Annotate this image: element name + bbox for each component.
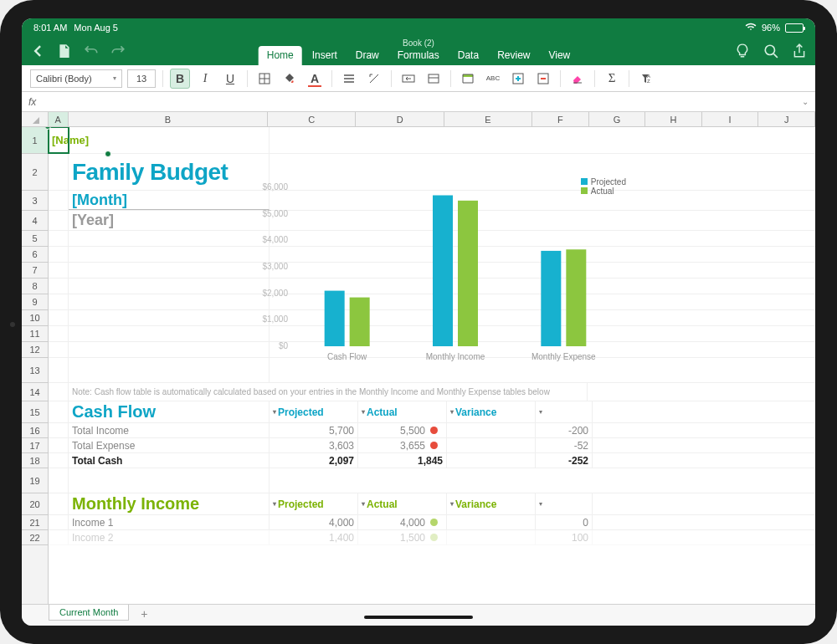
filter-end[interactable]: ▾ (536, 493, 593, 514)
row-header-9[interactable]: 9 (22, 294, 48, 310)
selection-handle[interactable] (44, 127, 51, 130)
col-header-C[interactable]: C (268, 112, 356, 126)
cf-act-0[interactable]: 5,500 (358, 423, 447, 437)
row-header-16[interactable]: 16 (22, 423, 48, 438)
share-icon[interactable] (792, 43, 807, 59)
row-header-11[interactable]: 11 (22, 326, 48, 342)
autosum-button[interactable]: Σ (602, 69, 622, 89)
align-button[interactable] (339, 69, 359, 89)
redo-icon[interactable] (110, 43, 126, 59)
file-icon[interactable] (57, 43, 72, 59)
undo-icon[interactable] (84, 43, 99, 59)
row-header-2[interactable]: 2 (22, 154, 48, 191)
month-cell[interactable]: [Month] (69, 191, 270, 210)
filter-icon[interactable]: ▾ (362, 500, 365, 508)
row-header-8[interactable]: 8 (22, 279, 48, 294)
number-format-button[interactable] (424, 69, 444, 89)
cashflow-row-label[interactable]: Total Expense (69, 438, 270, 452)
tab-view[interactable]: View (540, 46, 578, 65)
row-header-19[interactable]: 19 (22, 468, 48, 493)
cell-A2[interactable] (49, 154, 69, 190)
row-header-7[interactable]: 7 (22, 263, 48, 279)
cf-var-2[interactable]: -252 (536, 453, 593, 468)
col-header-F[interactable]: F (532, 112, 589, 126)
sort-filter-button[interactable]: AZ (636, 69, 656, 89)
filter-icon[interactable]: ▾ (273, 500, 276, 508)
sheet-tab-current[interactable]: Current Month (49, 605, 129, 621)
filter-icon[interactable]: ▾ (539, 408, 542, 416)
row-header-15[interactable]: 15 (22, 401, 48, 423)
italic-button[interactable]: I (195, 69, 215, 89)
row-header-14[interactable]: 14 (22, 383, 48, 401)
filter-icon[interactable]: ▾ (450, 408, 454, 416)
font-size-select[interactable]: 13 (127, 69, 156, 88)
selection-handle[interactable] (105, 151, 111, 157)
font-color-button[interactable]: A (305, 69, 325, 89)
insert-cells-button[interactable] (508, 69, 528, 89)
cells[interactable]: [Name] Family Budget [Month] (49, 127, 815, 604)
orientation-button[interactable] (364, 69, 384, 89)
border-button[interactable] (254, 69, 275, 89)
row-header-4[interactable]: 4 (22, 211, 48, 231)
col-actual[interactable]: ▾Actual (358, 493, 447, 514)
col-projected[interactable]: ▾Projected (270, 493, 358, 514)
cf-var-0[interactable]: -200 (536, 423, 593, 437)
cf-act-1[interactable]: 3,655 (358, 438, 447, 452)
inc-proj-0[interactable]: 4,000 (270, 515, 358, 529)
row-header-3[interactable]: 3 (22, 191, 48, 211)
col-header-G[interactable]: G (589, 112, 646, 126)
col-header-A[interactable]: A (49, 112, 69, 126)
budget-title[interactable]: Family Budget (69, 154, 270, 190)
delete-cells-button[interactable] (533, 69, 553, 89)
row-header-22[interactable]: 22 (22, 530, 48, 545)
tab-draw[interactable]: Draw (347, 46, 388, 65)
select-all-corner[interactable] (22, 112, 49, 126)
cf-act-2[interactable]: 1,845 (358, 453, 447, 468)
cashflow-row-label[interactable]: Total Cash (69, 453, 270, 468)
cell-B1[interactable] (69, 127, 270, 153)
filter-icon[interactable]: ▾ (273, 408, 276, 416)
monthly-income-header[interactable]: Monthly Income (69, 493, 270, 514)
col-projected[interactable]: ▾Projected (270, 401, 358, 422)
filter-icon[interactable]: ▾ (450, 500, 454, 508)
merge-button[interactable] (398, 69, 418, 89)
inc-act-0[interactable]: 4,000 (358, 515, 447, 529)
formula-expand-icon[interactable]: ⌄ (802, 97, 809, 106)
formula-input[interactable] (43, 94, 795, 110)
col-variance[interactable]: ▾Variance (447, 401, 536, 422)
row-header-21[interactable]: 21 (22, 515, 48, 530)
fill-color-button[interactable] (280, 69, 300, 89)
row-header-5[interactable]: 5 (22, 231, 48, 247)
income-row-label[interactable]: Income 2 (69, 530, 270, 544)
tab-data[interactable]: Data (449, 46, 487, 65)
cell-A1[interactable]: [Name] (49, 127, 69, 153)
cashflow-row-label[interactable]: Total Income (69, 423, 270, 437)
row-header-20[interactable]: 20 (22, 493, 48, 515)
bold-button[interactable]: B (170, 69, 190, 89)
row-header-12[interactable]: 12 (22, 342, 48, 358)
col-header-J[interactable]: J (758, 112, 815, 126)
row-header-18[interactable]: 18 (22, 453, 48, 468)
format-table-button[interactable]: ABC (483, 69, 503, 89)
col-header-B[interactable]: B (69, 112, 268, 126)
row-header-10[interactable]: 10 (22, 310, 48, 326)
col-header-I[interactable]: I (702, 112, 759, 126)
tab-insert[interactable]: Insert (304, 46, 346, 65)
col-header-H[interactable]: H (645, 112, 702, 126)
row-header-1[interactable]: 1 (22, 127, 48, 154)
tab-review[interactable]: Review (489, 46, 538, 65)
clear-button[interactable] (567, 69, 588, 89)
income-row-label[interactable]: Income 1 (69, 515, 270, 529)
row-header-6[interactable]: 6 (22, 247, 48, 263)
tab-home[interactable]: Home (259, 46, 302, 65)
font-name-select[interactable]: Calibri (Body)▾ (30, 69, 122, 88)
search-icon[interactable] (763, 43, 778, 59)
lightbulb-icon[interactable] (735, 43, 750, 59)
cell-styles-button[interactable] (458, 69, 478, 89)
col-header-E[interactable]: E (444, 112, 532, 126)
col-variance[interactable]: ▾Variance (447, 493, 536, 514)
filter-icon[interactable]: ▾ (362, 408, 365, 416)
cashflow-header[interactable]: Cash Flow (69, 401, 270, 422)
cf-proj-2[interactable]: 2,097 (270, 453, 358, 468)
new-sheet-button[interactable]: + (132, 605, 156, 623)
